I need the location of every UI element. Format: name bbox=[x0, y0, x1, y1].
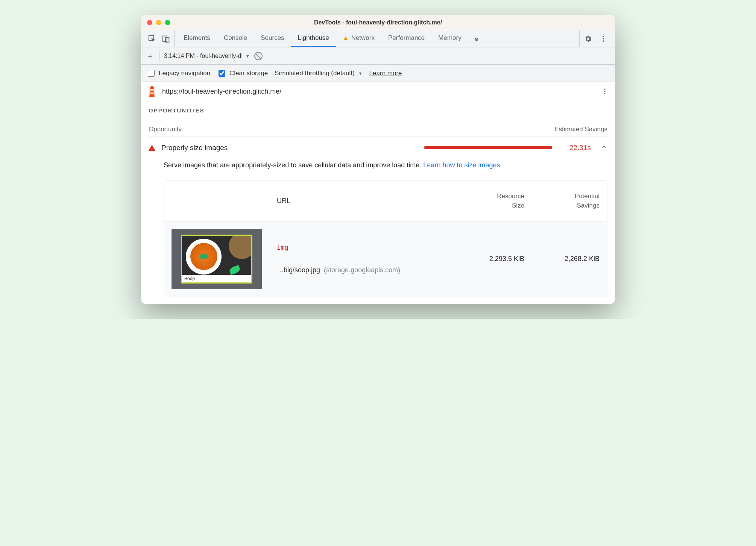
clear-storage-checkbox[interactable]: Clear storage bbox=[217, 69, 268, 78]
svg-point-10 bbox=[604, 89, 605, 90]
col-url: URL bbox=[269, 185, 464, 217]
separator bbox=[159, 51, 159, 61]
col-resource-size: ResourceSize bbox=[464, 181, 532, 221]
clear-report-icon[interactable] bbox=[254, 52, 263, 60]
caret-down-icon: ▼ bbox=[358, 71, 363, 76]
chevron-up-icon[interactable] bbox=[601, 143, 607, 152]
audit-detail-table: URL ResourceSize PotentialSavings bbox=[164, 180, 607, 297]
report-url-row: https://foul-heavenly-direction.glitch.m… bbox=[141, 82, 615, 101]
tab-performance[interactable]: Performance bbox=[381, 30, 431, 47]
device-toolbar-icon[interactable] bbox=[162, 35, 170, 43]
panel-tabs: Elements Console Sources Lighthouse ▲ Ne… bbox=[177, 30, 579, 47]
tabs-strip: Elements Console Sources Lighthouse ▲ Ne… bbox=[141, 30, 615, 47]
legacy-navigation-checkbox[interactable]: Legacy navigation bbox=[146, 69, 210, 78]
legacy-navigation-input[interactable] bbox=[148, 70, 155, 77]
resource-path[interactable]: …big/soop.jpg bbox=[277, 266, 320, 274]
tab-console[interactable]: Console bbox=[217, 30, 254, 47]
svg-point-11 bbox=[604, 91, 605, 92]
caret-down-icon: ▼ bbox=[246, 54, 250, 58]
clear-storage-input[interactable] bbox=[219, 70, 225, 77]
svg-marker-9 bbox=[150, 86, 154, 87]
element-tag: img bbox=[277, 244, 457, 251]
thumbnail-preview: Soop bbox=[172, 229, 262, 289]
savings-bar-wrap bbox=[234, 146, 552, 149]
more-tabs-button[interactable] bbox=[468, 30, 485, 47]
opportunities-header: Opportunity Estimated Savings bbox=[149, 123, 607, 136]
section-title: OPPORTUNITIES bbox=[149, 107, 607, 114]
audit-description-text: Serve images that are appropriately-size… bbox=[164, 161, 423, 169]
url-cell: img …big/soop.jpg (storage.googleapis.co… bbox=[269, 236, 464, 282]
svg-rect-8 bbox=[149, 93, 155, 94]
report-url: https://foul-heavenly-direction.glitch.m… bbox=[162, 88, 595, 96]
svg-rect-7 bbox=[149, 89, 155, 91]
opportunities-section: OPPORTUNITIES Opportunity Estimated Savi… bbox=[141, 101, 615, 304]
tab-network[interactable]: ▲ Network bbox=[336, 30, 381, 47]
legacy-navigation-label: Legacy navigation bbox=[159, 70, 210, 77]
learn-more-link[interactable]: Learn more bbox=[369, 70, 402, 77]
thumbnail-cell: Soop bbox=[164, 221, 269, 297]
svg-point-4 bbox=[603, 38, 604, 39]
tab-elements[interactable]: Elements bbox=[177, 30, 217, 47]
resource-size: 2,293.5 KiB bbox=[464, 247, 532, 270]
titlebar: DevTools - foul-heavenly-direction.glitc… bbox=[141, 15, 615, 30]
lighthouse-settings-bar: Legacy navigation Clear storage Simulate… bbox=[141, 65, 615, 82]
learn-size-images-link[interactable]: Learn how to size images bbox=[423, 161, 500, 169]
soup-image bbox=[182, 236, 251, 275]
report-select-label: 3:14:14 PM - foul-heavenly-di bbox=[164, 53, 243, 59]
lighthouse-toolbar: ＋ 3:14:14 PM - foul-heavenly-di ▼ bbox=[141, 47, 615, 65]
detail-header-row: URL ResourceSize PotentialSavings bbox=[164, 181, 607, 221]
window-controls bbox=[141, 20, 170, 25]
zoom-window-button[interactable] bbox=[165, 20, 170, 25]
close-window-button[interactable] bbox=[147, 20, 152, 25]
col-savings: Estimated Savings bbox=[554, 126, 607, 133]
devtools-window: DevTools - foul-heavenly-direction.glitc… bbox=[141, 15, 615, 304]
window-title: DevTools - foul-heavenly-direction.glitc… bbox=[141, 19, 615, 26]
audit-title: Properly size images bbox=[161, 144, 228, 152]
potential-savings: 2,268.2 KiB bbox=[532, 247, 607, 270]
audit-description: Serve images that are appropriately-size… bbox=[149, 152, 607, 174]
settings-gear-icon[interactable] bbox=[584, 35, 592, 43]
tab-memory[interactable]: Memory bbox=[431, 30, 468, 47]
audit-header[interactable]: Properly size images 22.31s bbox=[149, 143, 607, 152]
throttling-label: Simulated throttling (default) bbox=[275, 70, 355, 77]
warning-icon: ▲ bbox=[343, 34, 349, 42]
report-menu-icon[interactable] bbox=[601, 87, 609, 96]
detail-data-row: Soop img …big/soop.jpg (storage.googleap… bbox=[164, 221, 607, 297]
col-opportunity: Opportunity bbox=[149, 126, 182, 133]
svg-rect-1 bbox=[163, 36, 167, 41]
report-select[interactable]: 3:14:14 PM - foul-heavenly-di ▼ bbox=[164, 53, 250, 59]
svg-point-3 bbox=[603, 35, 604, 37]
svg-marker-6 bbox=[149, 87, 155, 97]
svg-point-12 bbox=[604, 93, 605, 94]
audit-row: Properly size images 22.31s Serve images… bbox=[149, 136, 607, 304]
lighthouse-icon bbox=[147, 86, 157, 97]
fail-triangle-icon bbox=[149, 145, 155, 151]
tab-lighthouse[interactable]: Lighthouse bbox=[291, 30, 336, 47]
clear-storage-label: Clear storage bbox=[229, 70, 268, 77]
kebab-menu-icon[interactable] bbox=[599, 35, 607, 43]
savings-bar bbox=[424, 146, 552, 149]
new-report-button[interactable]: ＋ bbox=[146, 52, 155, 61]
resource-host: (storage.googleapis.com) bbox=[324, 266, 400, 274]
thumb-caption: Soop bbox=[182, 275, 251, 282]
svg-point-5 bbox=[603, 40, 604, 42]
inspect-element-icon[interactable] bbox=[148, 35, 156, 43]
throttling-select[interactable]: Simulated throttling (default) ▼ bbox=[275, 70, 363, 77]
tab-sources[interactable]: Sources bbox=[254, 30, 291, 47]
minimize-window-button[interactable] bbox=[156, 20, 161, 25]
audit-savings: 22.31s bbox=[569, 144, 591, 152]
col-potential-savings: PotentialSavings bbox=[532, 181, 607, 221]
